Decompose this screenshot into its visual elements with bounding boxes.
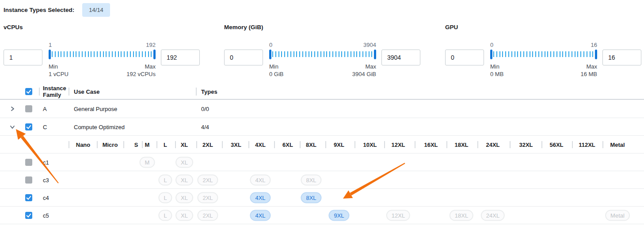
size-badge-c3-l[interactable]: L	[158, 174, 172, 185]
size-column-label: 12XL	[391, 141, 405, 148]
vcpus-slider: 1 192 Min 1 vCPU Max 192 vCPUs	[49, 42, 156, 80]
size-badge-c1-xl[interactable]: XL	[175, 157, 193, 168]
size-badge-c4-4xl[interactable]: 4XL	[250, 192, 271, 203]
vcpus-slider-ticks	[52, 51, 152, 57]
vcpus-slider-max-handle[interactable]	[153, 50, 156, 59]
column-divider	[196, 88, 197, 96]
size-badge-c4-2xl[interactable]: 2XL	[197, 192, 218, 203]
row-checkbox[interactable]	[25, 212, 32, 219]
size-badge-c5-24xl[interactable]: 24XL	[481, 210, 505, 221]
size-column-divider	[602, 141, 603, 148]
memory-slider-ticks	[272, 51, 373, 57]
size-column-label: Metal	[610, 141, 625, 148]
size-badge-c3-xl[interactable]: XL	[175, 174, 193, 185]
size-badge-c4-8xl[interactable]: 8XL	[301, 192, 321, 203]
size-column-label: L	[164, 141, 167, 148]
size-column-divider	[142, 141, 143, 148]
size-badge-c4-xl[interactable]: XL	[175, 192, 193, 203]
size-column-label: 4XL	[255, 141, 266, 148]
size-badge-c5-metal[interactable]: Metal	[605, 210, 630, 221]
size-column-divider	[446, 141, 447, 148]
gpu-max-input[interactable]	[602, 50, 641, 65]
table-header-row: Instance Family Use Case Types	[0, 84, 644, 100]
gpu-slider-min-handle[interactable]	[490, 50, 492, 59]
instance-name: c4	[43, 194, 49, 201]
family-use-case: General Purpose	[74, 105, 117, 112]
size-badge-c4-l[interactable]: L	[158, 192, 172, 203]
size-column-divider	[222, 141, 223, 148]
size-badge-c5-18xl[interactable]: 18XL	[450, 210, 473, 221]
vcpus-slider-min-handle[interactable]	[49, 50, 51, 59]
memory-min-caption-title: Min	[269, 63, 284, 70]
size-header-row: NanoMicroSMLXL2XL3XL4XL6XL8XL9XL10XL12XL…	[0, 136, 644, 153]
memory-max-caption-value: 3904 GiB	[352, 70, 376, 78]
size-column-divider	[384, 141, 385, 148]
vcpus-max-input[interactable]	[161, 50, 200, 65]
row-checkbox[interactable]	[25, 194, 32, 201]
size-column-label: 16XL	[424, 141, 438, 148]
size-column-divider	[325, 141, 326, 148]
size-badge-c5-4xl[interactable]: 4XL	[250, 210, 271, 221]
vcpus-range-max-label: 192	[146, 42, 156, 48]
column-header-types: Types	[201, 88, 217, 95]
size-column-label: 9XL	[334, 141, 344, 148]
memory-title: Memory (GiB)	[224, 24, 263, 31]
size-column-divider	[354, 141, 355, 148]
vcpus-max-caption-value: 192 vCPUs	[126, 70, 156, 78]
memory-max-input[interactable]	[381, 50, 420, 65]
instance-name: c1	[43, 159, 49, 165]
size-column-label: 10XL	[363, 141, 377, 148]
gpu-min-input[interactable]	[445, 50, 484, 65]
size-column-divider	[572, 141, 573, 148]
selection-summary-label: Instance Types Selected:	[4, 7, 74, 13]
memory-slider-min-handle[interactable]	[269, 50, 271, 59]
instance-name: c3	[43, 176, 49, 183]
size-column-divider	[123, 141, 124, 148]
size-badge-c1-m[interactable]: M	[140, 157, 155, 168]
memory-slider-max-handle[interactable]	[374, 50, 376, 59]
gpu-title: GPU	[445, 24, 458, 31]
size-badge-c3-4xl[interactable]: 4XL	[250, 174, 271, 185]
row-checkbox[interactable]	[25, 105, 32, 112]
memory-filter-section: Memory (GiB) 0 3904 Min 0 GiB Max 3904 G…	[224, 22, 420, 80]
gpu-slider-max-handle[interactable]	[595, 50, 597, 59]
gpu-slider: 0 16 Min 0 MB Max 16 MB	[490, 42, 597, 80]
size-badge-c5-l[interactable]: L	[158, 210, 172, 221]
vcpus-min-input[interactable]	[4, 50, 42, 65]
row-checkbox[interactable]	[25, 176, 32, 184]
memory-min-input[interactable]	[224, 50, 263, 65]
vcpus-title: vCPUs	[4, 24, 23, 31]
size-badge-c3-2xl[interactable]: 2XL	[197, 174, 218, 185]
instance-family-table: Instance Family Use Case Types A General…	[0, 84, 644, 224]
size-column-label: XL	[181, 141, 188, 148]
size-badge-c5-9xl[interactable]: 9XL	[328, 210, 349, 221]
row-checkbox[interactable]	[25, 123, 32, 130]
size-badge-c5-2xl[interactable]: 2XL	[197, 210, 218, 221]
column-divider	[39, 88, 40, 96]
select-all-checkbox[interactable]	[25, 88, 32, 95]
family-name: C	[43, 123, 47, 130]
size-badge-c5-xl[interactable]: XL	[175, 210, 193, 221]
instance-row-c5: c5LXL2XL4XL9XL12XL18XL24XLMetal	[0, 207, 644, 224]
vcpus-range-min-label: 1	[49, 42, 52, 48]
memory-range-max-label: 3904	[363, 42, 376, 48]
chevron-right-icon[interactable]	[9, 106, 15, 112]
size-column-label: 112XL	[579, 141, 595, 148]
column-divider	[69, 88, 69, 96]
column-header-instance-family: Instance Family	[43, 85, 69, 99]
size-badge-c5-12xl[interactable]: 12XL	[386, 210, 410, 221]
size-column-divider	[69, 141, 69, 148]
size-column-label: M	[145, 141, 150, 148]
gpu-max-caption: Max 16 MB	[580, 63, 597, 78]
selection-count-badge: 14/14	[82, 3, 110, 17]
chevron-down-icon[interactable]	[9, 124, 15, 130]
instance-name: c5	[43, 212, 49, 218]
gpu-slider-ticks	[493, 51, 594, 57]
instance-rows: c1MXLc3LXL2XL4XL8XLc4LXL2XL4XL8XLc5LXL2X…	[0, 153, 644, 224]
size-column-label: 18XL	[454, 141, 468, 148]
size-column-divider	[97, 141, 98, 148]
row-checkbox[interactable]	[25, 159, 32, 166]
size-badge-c3-8xl[interactable]: 8XL	[301, 174, 321, 185]
memory-min-caption-value: 0 GiB	[269, 70, 284, 78]
column-header-use-case: Use Case	[74, 88, 100, 95]
